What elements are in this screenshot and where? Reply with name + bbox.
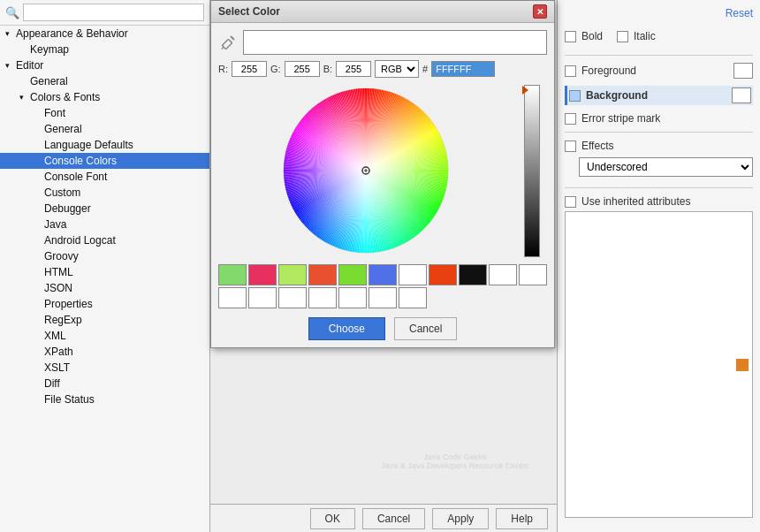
effects-style-select[interactable]: Underscored Underwave Bordered Box Round…	[579, 157, 753, 177]
color-brightness-strip[interactable]	[524, 85, 540, 257]
preset-color-3[interactable]	[308, 264, 337, 285]
tree-item-label: General	[30, 75, 68, 87]
help-button[interactable]: Help	[496, 508, 548, 529]
tree-arrow: ▾	[19, 93, 30, 102]
tree-item-groovy[interactable]: Groovy	[0, 248, 209, 264]
tree-item-custom[interactable]: Custom	[0, 185, 209, 201]
svg-rect-1	[222, 39, 232, 49]
eyedropper-button[interactable]	[218, 33, 238, 52]
inherited-checkbox[interactable]	[565, 196, 576, 208]
rgb-row: R: 255 G: 255 B: 255 RGB HSB # FFFFFF	[218, 60, 547, 78]
apply-button[interactable]: Apply	[432, 508, 489, 529]
tree-item-label: Custom	[44, 186, 80, 199]
tree-item-console-colors[interactable]: Console Colors	[0, 153, 209, 169]
foreground-color-box[interactable]	[733, 63, 753, 79]
tree-item-properties[interactable]: Properties	[0, 296, 209, 312]
dialog-title: Select Color	[218, 5, 280, 18]
hex-input[interactable]: FFFFFF	[431, 61, 495, 77]
preset-color-13[interactable]	[278, 287, 307, 308]
preset-color-7[interactable]	[429, 264, 457, 285]
preset-color-8[interactable]	[459, 264, 487, 285]
tree-item-xml[interactable]: XML	[0, 328, 209, 344]
background-color-box[interactable]	[732, 87, 751, 103]
preset-color-4[interactable]	[338, 264, 367, 285]
separator	[565, 55, 753, 56]
watermark: Java Code GeeksJava & Java Developers Re…	[353, 426, 557, 497]
tree-item-general[interactable]: General	[0, 121, 209, 137]
tree-item-editor[interactable]: ▾Editor	[0, 57, 209, 73]
error-stripe-row: Error stripe mark	[565, 112, 753, 125]
tree-item-xslt[interactable]: XSLT	[0, 360, 209, 376]
tree-item-label: JSON	[44, 282, 72, 294]
dialog-cancel-button[interactable]: Cancel	[394, 317, 457, 340]
separator3	[565, 187, 753, 188]
preset-color-2[interactable]	[278, 264, 307, 285]
b-label: B:	[323, 64, 332, 74]
bottom-bar: OK Cancel Apply Help	[210, 504, 557, 532]
effects-checkbox[interactable]	[565, 141, 576, 152]
preset-color-9[interactable]	[489, 264, 517, 285]
preset-color-6[interactable]	[399, 264, 427, 285]
tree-item-label: Diff	[44, 377, 60, 390]
search-bar[interactable]: 🔍	[0, 0, 209, 26]
g-input[interactable]: 255	[285, 61, 320, 77]
dialog-body: R: 255 G: 255 B: 255 RGB HSB # FFFFFF	[211, 23, 554, 347]
preset-color-11[interactable]	[218, 287, 247, 308]
foreground-checkbox[interactable]	[565, 65, 576, 77]
tree-item-json[interactable]: JSON	[0, 280, 209, 296]
ok-button[interactable]: OK	[310, 508, 355, 529]
tree-item-label: Groovy	[44, 250, 79, 262]
tree-item-file-status[interactable]: File Status	[0, 391, 209, 407]
main-area: Select Color ✕ R: 255 G: 255	[210, 0, 557, 532]
right-panel-top: Reset	[565, 7, 753, 27]
preset-color-16[interactable]	[369, 287, 397, 308]
bold-checkbox[interactable]	[565, 31, 576, 42]
background-label: Background	[586, 89, 726, 102]
choose-button[interactable]: Choose	[308, 317, 385, 340]
tree-item-xpath[interactable]: XPath	[0, 344, 209, 360]
underscored-row: Underscored Underwave Bordered Box Round…	[579, 157, 753, 177]
tree-item-general[interactable]: General	[0, 73, 209, 89]
color-mode-select[interactable]: RGB HSB	[375, 60, 419, 78]
tree-item-keymap[interactable]: Keymap	[0, 42, 209, 57]
background-checkbox[interactable]	[569, 90, 581, 102]
foreground-row: Foreground	[565, 63, 753, 79]
tree-item-regexp[interactable]: RegExp	[0, 312, 209, 328]
reset-link[interactable]: Reset	[726, 7, 753, 19]
tree-item-colors-&-fonts[interactable]: ▾Colors & Fonts	[0, 89, 209, 105]
preset-color-17[interactable]	[399, 287, 427, 308]
search-input[interactable]	[23, 4, 204, 21]
preset-color-10[interactable]	[519, 264, 547, 285]
tree-item-html[interactable]: HTML	[0, 264, 209, 280]
preset-color-15[interactable]	[338, 287, 367, 308]
dialog-close-button[interactable]: ✕	[533, 4, 547, 19]
preset-color-0[interactable]	[218, 264, 247, 285]
preset-color-5[interactable]	[369, 264, 397, 285]
tree-item-console-font[interactable]: Console Font	[0, 169, 209, 185]
tree-item-diff[interactable]: Diff	[0, 376, 209, 391]
cancel-button[interactable]: Cancel	[362, 508, 425, 529]
tree-item-font[interactable]: Font	[0, 105, 209, 121]
tree-item-debugger[interactable]: Debugger	[0, 201, 209, 217]
r-input[interactable]: 255	[232, 61, 267, 77]
tree-item-language-defaults[interactable]: Language Defaults	[0, 137, 209, 153]
error-stripe-checkbox[interactable]	[565, 113, 576, 125]
inherited-row: Use inherited attributes	[565, 195, 753, 208]
preset-color-12[interactable]	[248, 287, 277, 308]
tree-item-android-logcat[interactable]: Android Logcat	[0, 232, 209, 248]
tree-item-label: Font	[44, 107, 65, 119]
color-wheel-canvas[interactable]	[218, 85, 519, 257]
tree-item-label: File Status	[44, 393, 95, 406]
tree-item-label: RegExp	[44, 314, 82, 326]
tree-item-java[interactable]: Java	[0, 217, 209, 232]
color-preview-bar	[243, 30, 547, 55]
b-input[interactable]: 255	[336, 61, 371, 77]
tree-item-appearance-&-behavior[interactable]: ▾Appearance & Behavior	[0, 26, 209, 42]
tree-item-label: Keymap	[30, 43, 69, 56]
italic-checkbox[interactable]	[617, 31, 628, 42]
color-wheel-svg	[218, 85, 514, 257]
tree-item-label: Console Colors	[44, 155, 117, 167]
preset-color-14[interactable]	[308, 287, 337, 308]
tree-item-label: General	[44, 123, 82, 135]
preset-color-1[interactable]	[248, 264, 277, 285]
